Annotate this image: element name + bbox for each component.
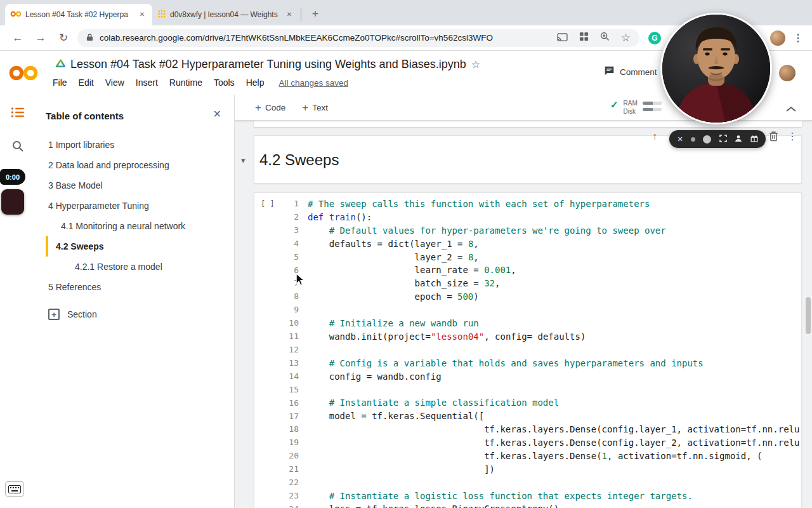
comment-button[interactable]: Comment bbox=[604, 65, 657, 79]
address-bar[interactable]: colab.research.google.com/drive/17EhtWK6… bbox=[77, 29, 639, 47]
menu-edit[interactable]: Edit bbox=[73, 77, 100, 88]
recorder-fullscreen-icon[interactable] bbox=[719, 133, 727, 145]
toc-item-sweeps[interactable]: 4.2 Sweeps bbox=[46, 236, 224, 257]
code-cell[interactable]: [ ] 123456789101112131415161718192021222… bbox=[254, 192, 802, 508]
move-cell-up-icon[interactable]: ↑ bbox=[652, 131, 657, 142]
colab-profile-avatar[interactable] bbox=[779, 65, 796, 81]
tab-separator bbox=[301, 8, 301, 21]
toc-title: Table of contents bbox=[46, 110, 224, 121]
grammarly-extension-icon[interactable]: G bbox=[648, 32, 661, 44]
browser-tab-colab[interactable]: Lesson #04 Task #02 Hyperpa ✕ bbox=[5, 4, 152, 25]
cast-icon[interactable] bbox=[557, 32, 568, 44]
code-line: layer_2 = 8, bbox=[308, 251, 795, 264]
code-line: learn_rate = 0.001, bbox=[308, 264, 795, 277]
grid-icon[interactable] bbox=[579, 32, 589, 44]
code-line: # Initialize a new wandb run bbox=[308, 317, 795, 330]
cell-options-kebab-icon[interactable]: ⋮ bbox=[787, 130, 797, 142]
toc-item-restore-model[interactable]: 4.2.1 Restore a model bbox=[46, 257, 224, 277]
delete-cell-icon[interactable] bbox=[769, 131, 778, 142]
code-line bbox=[308, 304, 795, 317]
keyboard-icon bbox=[8, 485, 21, 493]
lock-icon bbox=[86, 32, 93, 44]
code-editor[interactable]: 123456789101112131415161718192021222324 … bbox=[282, 193, 801, 508]
notebook-title[interactable]: Lesson #04 Task #02 Hyperparameter Tunin… bbox=[70, 58, 466, 71]
recorder-camera-person-icon[interactable] bbox=[735, 133, 742, 145]
line-number: 16 bbox=[282, 397, 299, 410]
code-lines[interactable]: # The sweep calls this function with eac… bbox=[308, 197, 801, 508]
browser-menu-icon[interactable]: ⋮ bbox=[793, 32, 803, 44]
code-line: # Instantiate a simple classification mo… bbox=[308, 396, 795, 410]
code-line: def train(): bbox=[308, 211, 795, 224]
toc-panel: Table of contents ✕ 1 Import libraries 2… bbox=[36, 95, 235, 508]
back-icon[interactable]: ← bbox=[10, 32, 25, 44]
mouse-cursor bbox=[296, 273, 305, 289]
menu-file[interactable]: File bbox=[47, 77, 73, 88]
code-line: tf.keras.layers.Dense(config.layer_2, ac… bbox=[308, 436, 795, 450]
new-tab-button[interactable]: + bbox=[306, 5, 324, 23]
line-number: 15 bbox=[282, 384, 299, 397]
ram-label: RAM bbox=[624, 99, 638, 107]
notebook-content: ▾ 4.2 Sweeps ↑ ⋮ [ ] 1234567891011121314… bbox=[235, 121, 812, 508]
toc-item-references[interactable]: 5 References bbox=[46, 277, 224, 297]
code-line: # Instantiate a logistic loss function t… bbox=[308, 490, 795, 503]
search-icon[interactable] bbox=[11, 140, 24, 155]
left-icon-rail bbox=[0, 95, 36, 508]
webcam-bubble[interactable] bbox=[660, 13, 772, 124]
toc-item-base-model[interactable]: 3 Base Model bbox=[46, 175, 224, 196]
recorder-widget[interactable] bbox=[1, 189, 24, 215]
code-line bbox=[308, 344, 795, 357]
add-text-button[interactable]: + Text bbox=[302, 102, 328, 114]
line-number: 20 bbox=[282, 450, 299, 463]
tab-title: Lesson #04 Task #02 Hyperpa bbox=[25, 10, 133, 19]
reload-icon[interactable]: ↻ bbox=[56, 31, 71, 44]
menu-insert[interactable]: Insert bbox=[130, 77, 164, 88]
toc-item-data-load[interactable]: 2 Data load and preprocessing bbox=[46, 155, 224, 175]
comment-icon bbox=[604, 65, 615, 78]
recorder-dot-icon[interactable] bbox=[691, 137, 695, 142]
drive-icon bbox=[56, 58, 65, 70]
browser-profile-avatar[interactable] bbox=[770, 30, 785, 46]
colab-logo-icon[interactable] bbox=[0, 51, 47, 95]
webcam-video bbox=[662, 15, 770, 123]
recorder-record-icon[interactable] bbox=[703, 135, 711, 144]
tab-close-icon[interactable]: ✕ bbox=[137, 10, 147, 20]
collapse-caret-icon[interactable]: ▾ bbox=[241, 156, 246, 165]
tab-close-icon[interactable]: ✕ bbox=[284, 10, 294, 20]
comment-label: Comment bbox=[620, 67, 657, 77]
run-cell-button[interactable]: [ ] bbox=[261, 199, 275, 208]
all-changes-saved-link[interactable]: All changes saved bbox=[278, 78, 348, 88]
plus-box-icon: + bbox=[48, 309, 60, 320]
code-line: tf.keras.layers.Dense(config.layer_1, ac… bbox=[308, 423, 795, 436]
line-number: 3 bbox=[282, 224, 299, 237]
code-line: ]) bbox=[308, 463, 795, 476]
menu-tools[interactable]: Tools bbox=[208, 77, 240, 88]
toc-item-import-libraries[interactable]: 1 Import libraries bbox=[46, 135, 224, 155]
toc-close-icon[interactable]: ✕ bbox=[213, 108, 221, 120]
code-line: model = tf.keras.Sequential([ bbox=[308, 410, 795, 423]
line-number: 23 bbox=[282, 490, 299, 503]
collapse-sections-icon[interactable] bbox=[785, 104, 797, 115]
zoom-icon[interactable] bbox=[600, 32, 610, 44]
add-section-button[interactable]: + Section bbox=[46, 304, 224, 325]
recorder-gift-icon[interactable] bbox=[750, 133, 758, 145]
menu-view[interactable]: View bbox=[100, 77, 130, 88]
star-notebook-icon[interactable]: ☆ bbox=[471, 58, 480, 70]
toc-item-monitoring[interactable]: 4.1 Monitoring a neural network bbox=[46, 216, 224, 236]
toc-item-hyperparameter-tuning[interactable]: 4 Hyperparameter Tuning bbox=[46, 196, 224, 216]
code-line: tf.keras.layers.Dense(1, activation=tf.n… bbox=[308, 450, 795, 463]
code-line: loss = tf.keras.losses.BinaryCrossentrop… bbox=[308, 502, 795, 508]
table-of-contents-icon[interactable] bbox=[11, 107, 25, 121]
add-code-button[interactable]: + Code bbox=[255, 102, 285, 114]
recording-timer-badge[interactable]: 0:00 bbox=[0, 169, 25, 185]
keyboard-shortcut-button[interactable] bbox=[5, 481, 24, 497]
forward-icon[interactable]: → bbox=[33, 32, 48, 44]
resources-indicator[interactable]: ✓ RAM Disk bbox=[610, 99, 662, 116]
bookmark-star-icon[interactable]: ☆ bbox=[621, 32, 631, 43]
scrollbar-thumb[interactable] bbox=[806, 297, 811, 334]
url-text[interactable]: colab.research.google.com/drive/17EhtWK6… bbox=[100, 33, 549, 43]
menu-runtime[interactable]: Runtime bbox=[164, 77, 208, 88]
code-line: # Config is a variable that holds and sa… bbox=[308, 357, 795, 370]
menu-help[interactable]: Help bbox=[240, 77, 270, 88]
recorder-close-icon[interactable]: ✕ bbox=[677, 135, 683, 144]
browser-tab-wandb[interactable]: d0v8xwfy | lesson04 — Weights ✕ bbox=[152, 4, 299, 25]
